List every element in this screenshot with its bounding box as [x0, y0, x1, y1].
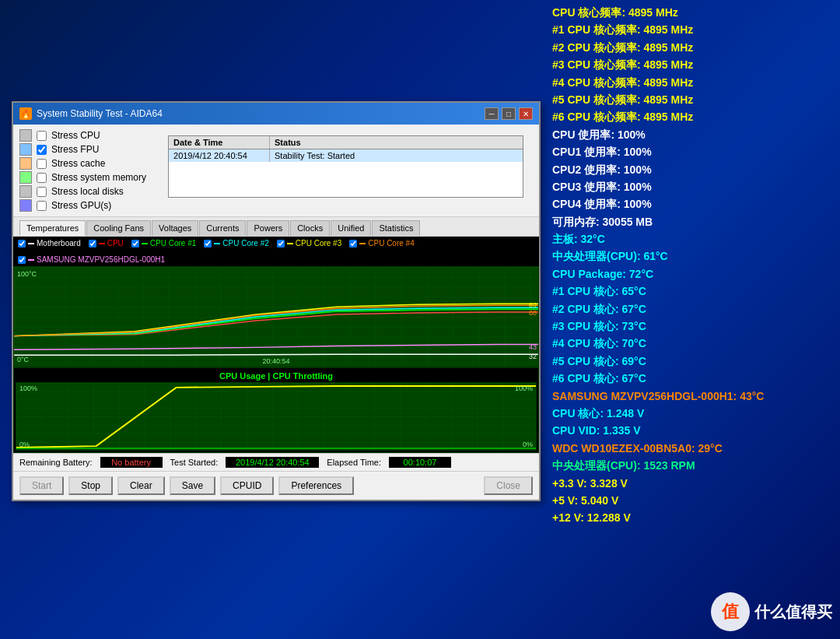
log-cell-status: Stability Test: Started [270, 149, 523, 162]
stat-line-3: #3 CPU 核心频率: 4895 MHz [552, 56, 832, 73]
maximize-button[interactable]: □ [502, 107, 516, 120]
checkbox-row-stress-fpu: Stress FPU [19, 143, 146, 156]
tab-clocks[interactable]: Clocks [290, 220, 330, 236]
close-button[interactable]: Close [484, 476, 533, 495]
test-started-label: Test Started: [170, 458, 219, 467]
checkbox-row-stress-gpu: Stress GPU(s) [19, 199, 146, 212]
cpuid-button[interactable]: CPUID [220, 476, 274, 495]
log-table: Date & Time Status 2019/4/12 20:40:54 St… [168, 135, 523, 198]
stat-line-23: CPU 核心: 1.248 V [552, 405, 832, 422]
checkbox-stress-fpu[interactable] [37, 145, 47, 155]
chart-val-43: 43 [529, 343, 537, 351]
chart-val-69: 69 [529, 301, 537, 309]
legend-samsung-mzvpv256hdgl-000h1: SAMSUNG MZVPV256HDGL-000H1 [18, 255, 165, 264]
stat-line-2: #2 CPU 核心频率: 4895 MHz [552, 39, 832, 56]
legend-cpu-core-#1: CPU Core #1 [131, 239, 196, 248]
checkbox-label-stress-cache: Stress cache [51, 158, 105, 169]
checkbox-stress-cache[interactable] [37, 159, 47, 169]
tab-statistics[interactable]: Statistics [372, 220, 420, 236]
elapsed-value: 00:10:07 [389, 457, 451, 468]
temperature-chart: 100°C 0°C 20:40:54 69 68 43 32 [13, 266, 539, 367]
tab-temperatures[interactable]: Temperatures [19, 220, 86, 236]
cpu-chart-top-right: 100% [515, 384, 533, 392]
preferences-button[interactable]: Preferences [278, 476, 354, 495]
stat-line-21: #6 CPU 核心: 67°C [552, 370, 832, 387]
checkbox-label-stress-memory: Stress system memory [51, 172, 146, 183]
stat-line-18: #3 CPU 核心: 73°C [552, 318, 832, 335]
legend-motherboard: Motherboard [18, 239, 81, 248]
chart-val-68: 68 [529, 309, 537, 317]
legend-cpu-core-#4: CPU Core #4 [349, 239, 414, 248]
stat-line-17: #2 CPU 核心: 67°C [552, 300, 832, 318]
checkbox-stress-cpu[interactable] [37, 131, 47, 141]
checkbox-label-stress-gpu: Stress GPU(s) [51, 200, 111, 211]
close-window-button[interactable]: ✕ [519, 107, 533, 120]
stat-line-20: #5 CPU 核心: 69°C [552, 353, 832, 370]
legend-color-dot [142, 243, 148, 244]
cpu-chart-top-left: 100% [19, 384, 37, 392]
remaining-battery-value: No battery [100, 457, 163, 468]
tab-cooling-fans[interactable]: Cooling Fans [86, 220, 151, 236]
stress-options-panel: Stress CPUStress FPUStress cacheStress s… [19, 129, 146, 212]
stat-line-14: 中央处理器(CPU): 61°C [552, 248, 832, 265]
window-title: System Stability Test - AIDA64 [37, 108, 163, 119]
minimize-button[interactable]: ─ [485, 107, 499, 120]
svg-rect-1 [16, 383, 536, 450]
chart-time-label: 20:40:54 [14, 357, 538, 365]
stat-line-22: SAMSUNG MZVPV256HDGL-000H1: 43°C [552, 388, 832, 405]
icon-cache [19, 157, 32, 170]
legend-color-dot [28, 243, 34, 244]
legend-color-dot [287, 243, 293, 244]
save-button[interactable]: Save [170, 476, 215, 495]
log-col-status: Status [270, 136, 523, 149]
stat-line-29: +12 V: 12.288 V [552, 509, 832, 526]
tab-unified[interactable]: Unified [331, 220, 371, 236]
tab-currents[interactable]: Currents [199, 220, 246, 236]
stat-line-24: CPU VID: 1.335 V [552, 422, 832, 439]
title-bar: 🔥 System Stability Test - AIDA64 ─ □ ✕ [13, 103, 539, 125]
cpu-chart-title: CPU Usage | CPU Throttling [14, 370, 538, 382]
legend-color-dot [214, 243, 220, 244]
log-col-datetime: Date & Time [169, 136, 270, 149]
action-bar: Start Stop Clear Save CPUID Preferences … [13, 471, 539, 500]
checkbox-row-stress-disks: Stress local disks [19, 185, 146, 198]
chart-y-max: 100°C [17, 270, 37, 278]
stat-line-0: CPU 核心频率: 4895 MHz [552, 4, 832, 21]
checkbox-row-stress-cache: Stress cache [19, 157, 146, 170]
title-bar-left: 🔥 System Stability Test - AIDA64 [19, 107, 163, 120]
stat-line-11: CPU4 使用率: 100% [552, 195, 832, 212]
stat-line-7: CPU 使用率: 100% [552, 126, 832, 143]
checkbox-stress-memory[interactable] [37, 173, 47, 183]
stop-button[interactable]: Stop [68, 476, 113, 495]
icon-gpu [19, 199, 32, 212]
stat-line-28: +5 V: 5.040 V [552, 492, 832, 509]
watermark-logo: 值 [711, 592, 750, 631]
stat-line-19: #4 CPU 核心: 70°C [552, 335, 832, 352]
legend-cpu: CPU [89, 239, 124, 248]
stat-line-25: WDC WD10EZEX-00BN5A0: 29°C [552, 440, 832, 457]
checkbox-stress-disks[interactable] [37, 187, 47, 197]
cpu-chart-bottom-left: 0% [19, 441, 30, 448]
checkbox-row-stress-cpu: Stress CPU [19, 129, 146, 142]
checkbox-stress-gpu[interactable] [37, 201, 47, 211]
checkbox-label-stress-cpu: Stress CPU [51, 130, 100, 141]
stat-line-16: #1 CPU 核心: 65°C [552, 283, 832, 300]
title-controls[interactable]: ─ □ ✕ [485, 107, 533, 120]
stat-line-27: +3.3 V: 3.328 V [552, 475, 832, 492]
elapsed-label: Elapsed Time: [327, 458, 381, 467]
clear-button[interactable]: Clear [117, 476, 165, 495]
tab-voltages[interactable]: Voltages [152, 220, 198, 236]
cpu-chart-bottom-right: 0% [523, 441, 533, 448]
stat-line-10: CPU3 使用率: 100% [552, 178, 832, 195]
stat-line-9: CPU2 使用率: 100% [552, 161, 832, 178]
log-area: Date & Time Status 2019/4/12 20:40:54 St… [159, 129, 533, 212]
icon-disk [19, 185, 32, 198]
start-button[interactable]: Start [19, 476, 64, 495]
legend-cpu-core-#2: CPU Core #2 [204, 239, 268, 248]
checkbox-row-stress-memory: Stress system memory [19, 171, 146, 184]
icon-fpu [19, 143, 32, 156]
tab-powers[interactable]: Powers [247, 220, 289, 236]
test-started-value: 2019/4/12 20:40:54 [226, 457, 319, 468]
stat-line-13: 主板: 32°C [552, 230, 832, 248]
remaining-battery-label: Remaining Battery: [19, 458, 93, 467]
